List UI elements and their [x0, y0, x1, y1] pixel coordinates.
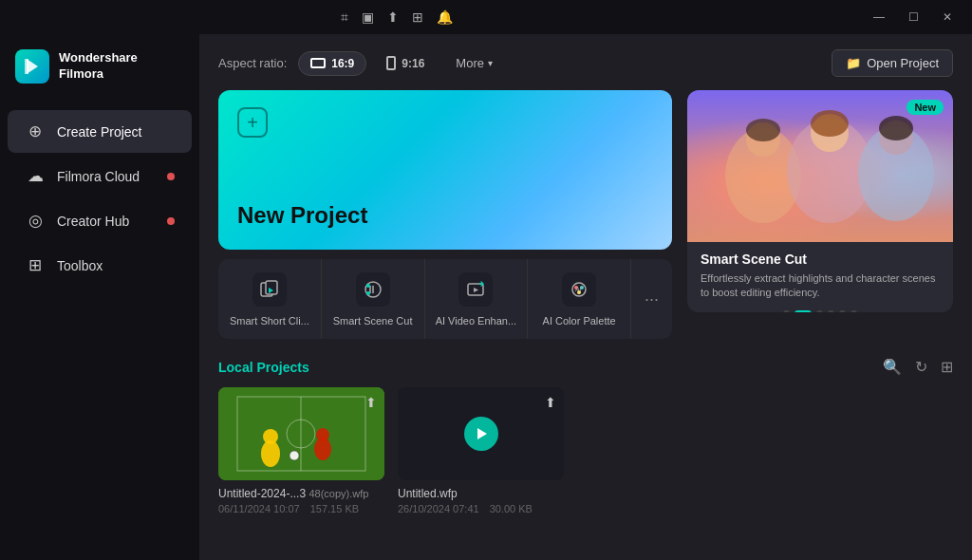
close-button[interactable]: ✕: [930, 0, 964, 34]
content-grid: + New Project Smart Short Cli...: [218, 90, 953, 514]
promo-dot-4[interactable]: [828, 310, 834, 312]
new-project-card[interactable]: + New Project: [218, 90, 672, 250]
sidebar-item-filmora-cloud[interactable]: ☁ Filmora Cloud: [8, 155, 192, 197]
logo-area: WondershareFilmora: [0, 34, 199, 99]
refresh-icon[interactable]: ↻: [915, 358, 927, 376]
smart-scene-cut-label: Smart Scene Cut: [333, 314, 413, 327]
open-project-label: Open Project: [867, 56, 939, 70]
promo-image: New: [687, 90, 953, 242]
monitor-icon[interactable]: ▣: [362, 9, 374, 25]
app-logo: [15, 49, 49, 84]
aspect-16-9-button[interactable]: 16:9: [298, 51, 366, 76]
svg-point-27: [261, 440, 280, 467]
sidebar-item-creator-hub[interactable]: ◎ Creator Hub: [8, 199, 192, 242]
project-card-2[interactable]: ⬆ Untitled.wfp 26/10/2024 07:41 30.00 KB: [398, 387, 564, 514]
ai-tools-row: Smart Short Cli... Smart Scene Cut: [218, 259, 672, 339]
bell-icon[interactable]: 🔔: [437, 9, 453, 25]
project-name-1: Untitled-2024-...3 48(copy).wfp: [218, 487, 384, 500]
project-size-1: 157.15 KB: [310, 503, 359, 514]
ai-tool-ai-color-palette[interactable]: AI AI Color Palette: [528, 259, 631, 339]
project-thumb-1: ⬆: [218, 387, 384, 480]
promo-description: Effortlessly extract highlights and char…: [701, 271, 940, 301]
ai-tools-more-button[interactable]: ···: [631, 289, 672, 309]
svg-point-28: [263, 429, 278, 444]
more-aspect-button[interactable]: More ▾: [444, 51, 504, 75]
promo-dot-6[interactable]: [850, 310, 857, 312]
svg-point-20: [811, 110, 849, 137]
more-label: More: [456, 56, 484, 70]
upload-icon-2: ⬆: [545, 395, 556, 410]
app-name: WondershareFilmora: [59, 50, 138, 83]
ai-color-palette-label: AI Color Palette: [543, 314, 616, 327]
more-dots-icon: ···: [645, 289, 659, 309]
wifi-icon[interactable]: ⌗: [341, 9, 348, 26]
svg-marker-33: [477, 428, 487, 439]
local-projects-title: Local Projects: [218, 360, 309, 375]
section-actions: 🔍 ↻ ⊞: [883, 358, 953, 376]
projects-grid: ⬆ Untitled-2024-...3 48(copy).wfp 06/11/…: [218, 387, 953, 514]
new-project-title: New Project: [237, 202, 653, 229]
toolbox-icon: ⊞: [25, 255, 46, 275]
upload-icon-1: ⬆: [365, 395, 377, 410]
project-name-2: Untitled.wfp: [398, 487, 564, 500]
svg-rect-3: [266, 281, 277, 294]
sidebar-item-toolbox[interactable]: ⊞ Toolbox: [8, 244, 192, 287]
promo-dot-1[interactable]: [783, 310, 790, 312]
new-badge: New: [907, 100, 944, 115]
toolbox-label: Toolbox: [57, 258, 103, 273]
promo-dot-3[interactable]: [816, 310, 823, 312]
project-thumb-2: ⬆: [398, 387, 564, 480]
filmora-cloud-label: Filmora Cloud: [57, 169, 140, 184]
ai-color-palette-icon: AI: [562, 272, 596, 307]
maximize-button[interactable]: ☐: [896, 0, 930, 34]
create-project-icon: ⊕: [25, 121, 46, 141]
open-project-button[interactable]: 📁 Open Project: [832, 49, 953, 77]
promo-dot-2[interactable]: [794, 310, 812, 312]
sidebar: WondershareFilmora ⊕ Create Project ☁ Fi…: [0, 34, 199, 560]
svg-text:AI: AI: [575, 286, 582, 292]
promo-dots: [701, 310, 940, 312]
creator-hub-dot: [167, 217, 175, 225]
ai-video-enhance-icon: [458, 272, 493, 307]
search-icon[interactable]: 🔍: [883, 358, 902, 376]
svg-point-6: [366, 291, 370, 295]
ai-video-enhance-label: AI Video Enhan...: [436, 314, 516, 327]
grid-icon[interactable]: ⊞: [412, 9, 423, 25]
toolbar: Aspect ratio: 16:9 9:16 More ▾ 📁 Open Pr…: [218, 49, 953, 77]
project-meta-2: 26/10/2024 07:41 30.00 KB: [398, 503, 564, 514]
filmora-cloud-dot: [167, 173, 175, 180]
left-column: + New Project Smart Short Cli...: [218, 90, 672, 339]
svg-point-30: [316, 428, 329, 441]
section-header: Local Projects 🔍 ↻ ⊞: [218, 358, 953, 376]
sidebar-item-create-project[interactable]: ⊕ Create Project: [8, 110, 192, 153]
window-controls: — ☐ ✕: [862, 0, 964, 34]
titlebar-icons: ⌗ ▣ ⬆ ⊞ 🔔: [341, 9, 529, 26]
cloud-upload-icon[interactable]: ⬆: [387, 9, 399, 25]
ai-tool-smart-short-cli[interactable]: Smart Short Cli...: [218, 259, 322, 339]
aspect-16-9-label: 16:9: [331, 57, 354, 70]
smart-short-cli-icon: [252, 272, 287, 307]
promo-info: Smart Scene Cut Effortlessly extract hig…: [687, 242, 953, 312]
svg-point-21: [879, 116, 913, 140]
aspect-9-16-button[interactable]: 9:16: [374, 50, 437, 76]
landscape-icon: [310, 58, 326, 68]
nav-items: ⊕ Create Project ☁ Filmora Cloud ◎ Creat…: [0, 108, 199, 560]
titlebar: ⌗ ▣ ⬆ ⊞ 🔔 — ☐ ✕: [0, 0, 972, 34]
filmora-play-icon: [464, 417, 498, 451]
chevron-down-icon: ▾: [488, 58, 493, 68]
project-date-2: 26/10/2024 07:41: [398, 503, 479, 514]
aspect-ratio-group: Aspect ratio: 16:9 9:16 More ▾: [218, 50, 504, 76]
minimize-button[interactable]: —: [862, 0, 896, 34]
folder-icon: 📁: [846, 56, 861, 70]
creator-hub-label: Creator Hub: [57, 214, 129, 229]
project-card-1[interactable]: ⬆ Untitled-2024-...3 48(copy).wfp 06/11/…: [218, 387, 384, 514]
smart-short-cli-label: Smart Short Cli...: [230, 314, 309, 327]
project-meta-1: 06/11/2024 10:07 157.15 KB: [218, 503, 384, 514]
ai-tool-ai-video-enhan[interactable]: AI Video Enhan...: [425, 259, 529, 339]
promo-dot-5[interactable]: [839, 310, 846, 312]
ai-tool-smart-scene-cut[interactable]: Smart Scene Cut: [322, 259, 425, 339]
view-toggle-icon[interactable]: ⊞: [941, 358, 953, 376]
aspect-ratio-label: Aspect ratio:: [218, 56, 287, 70]
local-projects-section: Local Projects 🔍 ↻ ⊞: [218, 358, 953, 514]
promo-panel[interactable]: New Smart Scene Cut Effortlessly extract…: [687, 90, 953, 312]
